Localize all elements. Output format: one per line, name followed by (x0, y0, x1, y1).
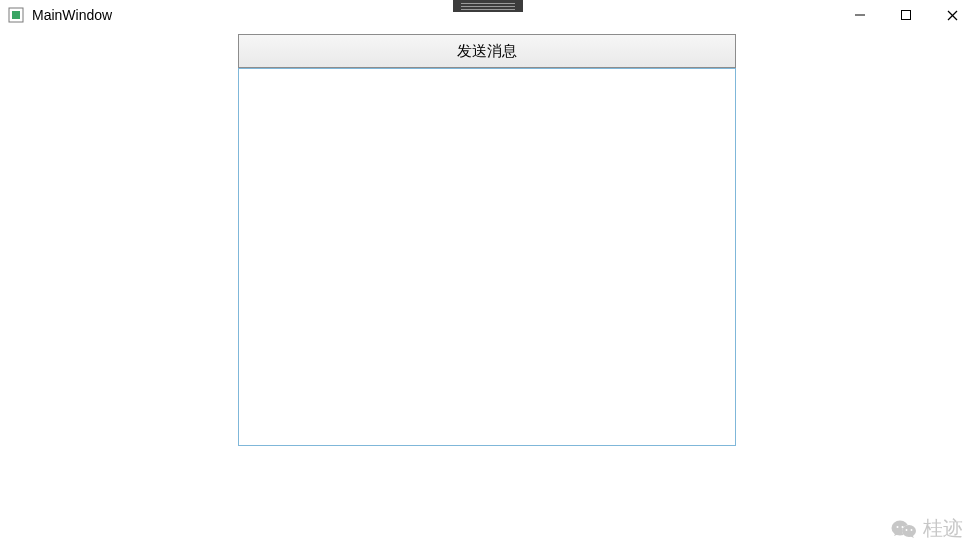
wechat-icon (891, 519, 917, 539)
minimize-button[interactable] (837, 0, 883, 30)
svg-point-8 (902, 525, 916, 537)
svg-point-9 (897, 526, 899, 528)
svg-rect-3 (902, 11, 911, 20)
watermark: 桂迹 (891, 515, 963, 542)
app-icon (8, 7, 24, 23)
window-controls (837, 0, 975, 30)
close-button[interactable] (929, 0, 975, 30)
svg-point-12 (911, 529, 913, 531)
window-grab-handle[interactable] (453, 0, 523, 12)
message-panel[interactable] (238, 68, 736, 446)
send-message-button[interactable]: 发送消息 (238, 34, 736, 68)
watermark-text: 桂迹 (923, 515, 963, 542)
svg-rect-1 (12, 11, 20, 19)
maximize-button[interactable] (883, 0, 929, 30)
window-title: MainWindow (32, 7, 112, 23)
client-area: 发送消息 (0, 30, 975, 548)
svg-point-11 (906, 529, 908, 531)
svg-point-10 (902, 526, 904, 528)
